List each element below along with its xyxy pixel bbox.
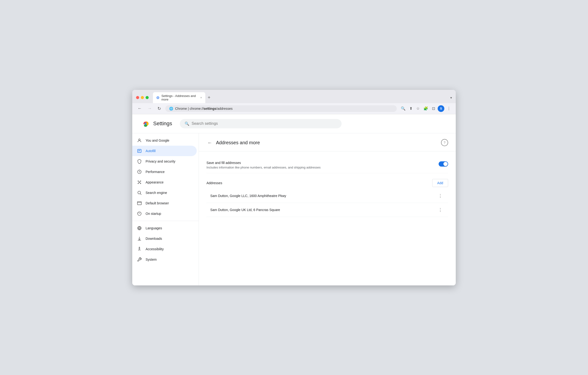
save-fill-toggle[interactable] <box>439 161 448 167</box>
security-icon: 🌐 <box>169 107 173 111</box>
svg-point-16 <box>138 191 141 194</box>
sidebar-item-label: Privacy and security <box>146 160 175 163</box>
svg-point-4 <box>145 123 147 124</box>
sidebar-item-label: Default browser <box>146 201 169 205</box>
address-text-1: Sam Dutton, Google LLC, 1600 Amphitheatr… <box>210 194 286 198</box>
url-display: Chrome | chrome://settings/addresses <box>175 107 233 111</box>
fullscreen-traffic-light[interactable] <box>146 96 149 99</box>
panel-title: Addresses and more <box>216 140 438 145</box>
url-path: settings <box>204 107 216 111</box>
sidebar-item-label: Downloads <box>146 237 162 241</box>
tab-dropdown-icon[interactable]: ▾ <box>450 96 452 100</box>
sidebar-item-search-engine[interactable]: Search engine <box>132 187 197 198</box>
svg-point-13 <box>140 181 141 181</box>
sidebar-item-label: Autofill <box>146 149 156 153</box>
sidebar-item-label: On startup <box>146 212 161 215</box>
tab-title: Settings - Addresses and more <box>161 94 197 101</box>
tabs-area: Settings - Addresses and more × + <box>153 92 447 103</box>
browser-icon <box>137 201 142 206</box>
new-tab-button[interactable]: + <box>206 94 212 101</box>
svg-point-5 <box>139 139 140 141</box>
page-title: Settings <box>153 121 172 127</box>
sidebar-item-label: Search engine <box>146 191 167 195</box>
refresh-button[interactable]: ↻ <box>156 105 162 112</box>
search-engine-icon <box>137 190 142 195</box>
search-bar[interactable]: 🔍 <box>180 119 342 128</box>
addresses-section: Addresses Add Sam Dutton, Google LLC, 16… <box>207 179 448 217</box>
startup-icon <box>137 211 142 216</box>
sidebar: You and Google Autofill Privacy and secu… <box>132 133 199 285</box>
address-item-2: Sam Dutton, Google UK Ltd, 6 Pancras Squ… <box>207 203 448 217</box>
traffic-lights <box>136 96 149 99</box>
sidebar-item-languages[interactable]: Languages <box>132 223 197 233</box>
sidebar-item-on-startup[interactable]: On startup <box>132 208 197 219</box>
save-fill-addresses-row: Save and fill addresses Includes informa… <box>207 157 448 173</box>
sidebar-divider <box>132 221 199 221</box>
setting-info: Save and fill addresses Includes informa… <box>207 161 439 169</box>
sidebar-item-appearance[interactable]: Appearance <box>132 177 197 187</box>
sidebar-item-privacy-security[interactable]: Privacy and security <box>132 156 197 167</box>
appearance-icon <box>137 180 142 185</box>
globe-icon <box>137 226 142 231</box>
svg-point-12 <box>138 181 139 181</box>
download-icon <box>137 236 142 241</box>
address-more-button-1[interactable]: ⋮ <box>436 192 444 199</box>
addresses-header: Addresses Add <box>207 179 448 187</box>
settings-header: Settings 🔍 <box>132 114 456 133</box>
svg-point-25 <box>139 247 140 248</box>
google-chrome-logo <box>142 120 149 127</box>
addresses-label: Addresses <box>207 181 222 185</box>
sidebar-item-default-browser[interactable]: Default browser <box>132 198 197 208</box>
panel-back-button[interactable]: ← <box>207 139 213 146</box>
sidebar-item-you-and-google[interactable]: You and Google <box>132 135 197 146</box>
share-button[interactable]: ⬆ <box>408 105 414 112</box>
url-prefix: Chrome | chrome:// <box>175 107 204 111</box>
tab-close-button[interactable]: × <box>200 96 202 99</box>
sidebar-item-label: Performance <box>146 170 165 174</box>
sidebar-item-performance[interactable]: Performance <box>132 167 197 177</box>
person-icon <box>137 138 142 143</box>
split-view-button[interactable]: ⊡ <box>431 105 436 112</box>
help-button[interactable]: ? <box>441 139 448 146</box>
performance-icon <box>137 169 142 174</box>
minimize-traffic-light[interactable] <box>141 96 144 99</box>
active-tab[interactable]: Settings - Addresses and more × <box>153 92 205 103</box>
search-input[interactable] <box>192 122 337 126</box>
sidebar-item-label: Appearance <box>146 180 164 184</box>
panel-header: ← Addresses and more ? <box>199 133 456 151</box>
close-traffic-light[interactable] <box>136 96 139 99</box>
sidebar-item-label: Languages <box>146 226 162 230</box>
svg-line-17 <box>140 193 142 195</box>
setting-description: Includes information like phone numbers,… <box>207 166 439 169</box>
svg-point-11 <box>139 182 140 183</box>
sidebar-item-autofill[interactable]: Autofill <box>132 146 197 156</box>
browser-window: Settings - Addresses and more × + ▾ ← → … <box>132 90 456 285</box>
search-icon: 🔍 <box>185 122 189 126</box>
address-bar[interactable]: 🌐 Chrome | chrome://settings/addresses <box>165 105 397 112</box>
sidebar-item-label: Accessibility <box>146 247 164 251</box>
extensions-button[interactable]: 🧩 <box>422 105 429 112</box>
main-panel: ← Addresses and more ? Save and fill add… <box>199 133 456 285</box>
shield-icon <box>137 159 142 164</box>
toggle-slider <box>439 161 448 167</box>
address-more-button-2[interactable]: ⋮ <box>436 206 444 213</box>
settings-layout: You and Google Autofill Privacy and secu… <box>132 133 456 285</box>
bookmark-button[interactable]: ☆ <box>415 105 421 112</box>
address-item-1: Sam Dutton, Google LLC, 1600 Amphitheatr… <box>207 189 448 203</box>
sidebar-item-label: System <box>146 258 157 261</box>
avatar[interactable]: S <box>438 105 444 112</box>
forward-button[interactable]: → <box>146 105 153 112</box>
autofill-icon <box>137 149 142 153</box>
svg-point-15 <box>140 183 141 184</box>
sidebar-item-accessibility[interactable]: Accessibility <box>132 244 197 254</box>
sidebar-item-downloads[interactable]: Downloads <box>132 233 197 244</box>
add-address-button[interactable]: Add <box>432 179 448 187</box>
sidebar-item-system[interactable]: System <box>132 254 197 265</box>
menu-button[interactable]: ⋮ <box>446 105 452 112</box>
back-button[interactable]: ← <box>136 105 143 112</box>
title-bar: Settings - Addresses and more × + ▾ <box>132 90 456 103</box>
panel-content: Save and fill addresses Includes informa… <box>199 151 456 223</box>
setting-label: Save and fill addresses <box>207 161 439 165</box>
zoom-button[interactable]: 🔍 <box>400 105 407 112</box>
sidebar-item-label: You and Google <box>146 139 169 142</box>
